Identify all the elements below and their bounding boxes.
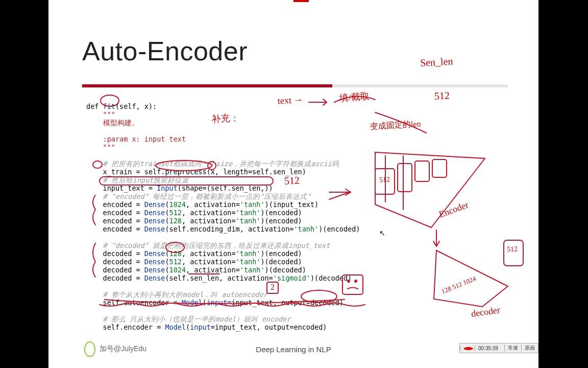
mouse-cursor: ↖ — [379, 229, 385, 237]
top-marker — [48, 0, 538, 2]
video-control-bar[interactable]: 00:35:39 常速 原画 — [459, 343, 538, 353]
quality-button[interactable]: 原画 — [521, 344, 538, 352]
rec-indicator: 00:35:39 — [460, 346, 504, 351]
annot-decoder: decoder — [471, 305, 501, 319]
code-block: def fit(self, x): """ 模型构建。 :param x: in… — [86, 102, 413, 331]
annot-senlen: Sen_len — [420, 55, 453, 68]
annot-512c: 512 — [379, 175, 390, 184]
annot-encoder: Encoder — [437, 199, 470, 220]
svg-rect-13 — [432, 159, 447, 177]
svg-rect-12 — [415, 161, 429, 181]
annot-note: 补充： — [211, 112, 239, 126]
annot-fixed: 变成固定的len — [370, 119, 422, 132]
title-underline — [82, 84, 508, 87]
annot-text: text → — [277, 95, 303, 107]
annot-sizes: 128 512 1024 — [440, 274, 477, 296]
speed-button[interactable]: 常速 — [504, 344, 521, 352]
annot-fill: 填/截取 — [339, 90, 370, 104]
annot-512d: 512 — [507, 245, 518, 254]
annot-2: 2 — [271, 283, 275, 292]
slide-title: Auto-Encoder — [82, 36, 248, 66]
annot-512a: 512 — [434, 89, 450, 102]
annot-512b: 512 — [284, 174, 300, 187]
slide: Auto-Encoder def fit(self, x): """ 模型构建。… — [48, 0, 538, 368]
